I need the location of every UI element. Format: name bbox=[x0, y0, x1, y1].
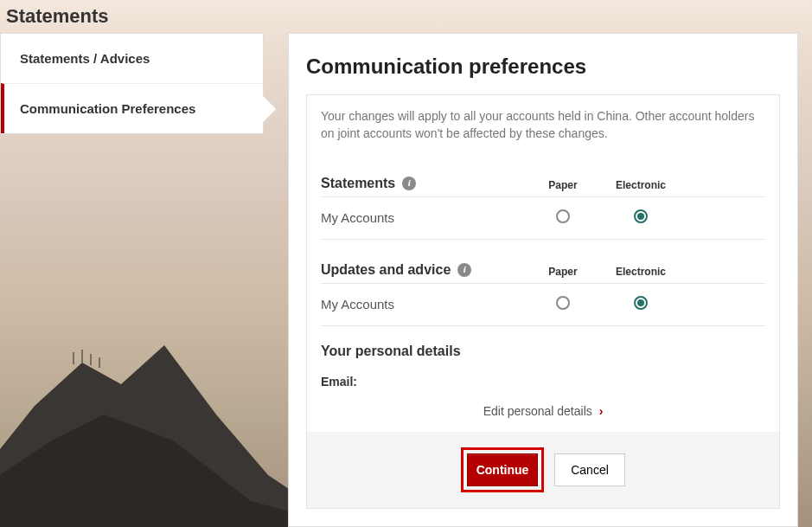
email-label: Email: bbox=[321, 375, 765, 389]
column-paper: Paper bbox=[524, 179, 602, 191]
section-statements: Statements i Paper Electronic My Account… bbox=[307, 153, 779, 240]
main-panel: Communication preferences Your changes w… bbox=[288, 33, 798, 527]
continue-button[interactable]: Continue bbox=[467, 453, 538, 486]
row-label: My Accounts bbox=[321, 210, 524, 225]
section-updates-advice: Updates and advice i Paper Electronic My… bbox=[307, 240, 779, 326]
continue-highlight: Continue bbox=[461, 447, 544, 492]
intro-text: Your changes will apply to all your acco… bbox=[307, 95, 779, 153]
section-title-label: Statements bbox=[321, 176, 395, 191]
panel-heading: Communication preferences bbox=[306, 55, 780, 79]
column-paper: Paper bbox=[524, 266, 602, 278]
column-electronic: Electronic bbox=[602, 266, 680, 278]
radio-statements-paper[interactable] bbox=[556, 209, 570, 223]
table-row: My Accounts bbox=[321, 284, 765, 326]
chevron-right-icon: › bbox=[599, 404, 604, 418]
edit-personal-details-link[interactable]: Edit personal details › bbox=[321, 404, 765, 432]
table-row: My Accounts bbox=[321, 197, 765, 240]
page-title: Statements bbox=[6, 5, 109, 28]
info-icon[interactable]: i bbox=[402, 177, 416, 190]
radio-updates-electronic[interactable] bbox=[634, 296, 648, 310]
button-bar: Continue Cancel bbox=[307, 432, 779, 508]
edit-link-label: Edit personal details bbox=[483, 404, 592, 418]
sidebar-item-label: Communication Preferences bbox=[20, 101, 195, 116]
personal-details-heading: Your personal details bbox=[321, 344, 765, 359]
personal-details-block: Your personal details Email: Edit person… bbox=[307, 326, 779, 432]
sidebar-item-communication-preferences[interactable]: Communication Preferences bbox=[1, 83, 263, 133]
info-icon[interactable]: i bbox=[457, 263, 471, 277]
sidebar: Statements / Advices Communication Prefe… bbox=[0, 33, 264, 134]
sidebar-item-statements-advices[interactable]: Statements / Advices bbox=[1, 34, 263, 83]
preferences-box: Your changes will apply to all your acco… bbox=[306, 94, 780, 509]
row-label: My Accounts bbox=[321, 297, 524, 312]
radio-updates-paper[interactable] bbox=[556, 296, 570, 310]
radio-statements-electronic[interactable] bbox=[634, 209, 648, 223]
sidebar-item-label: Statements / Advices bbox=[20, 51, 150, 66]
section-title-label: Updates and advice bbox=[321, 262, 451, 278]
column-electronic: Electronic bbox=[602, 179, 680, 191]
cancel-button[interactable]: Cancel bbox=[554, 453, 625, 486]
